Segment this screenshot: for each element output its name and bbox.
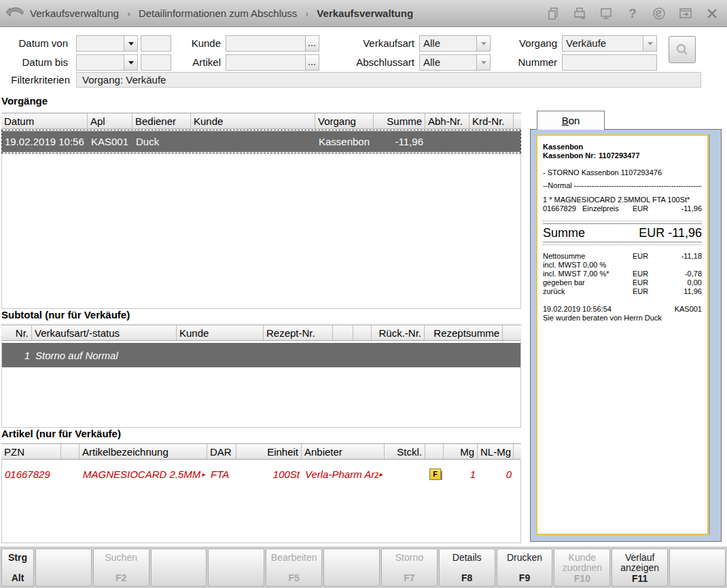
fkey-empty [323, 549, 380, 587]
column-header-empty[interactable] [333, 325, 353, 340]
column-header-nl-mg[interactable]: NL-Mg [478, 444, 514, 459]
drucken-button[interactable]: DruckenF9 [497, 549, 553, 587]
column-header-krd-nr[interactable]: Krd-Nr. [469, 113, 514, 128]
breadcrumb-separator: › [127, 7, 130, 19]
vorgang-select[interactable]: Verkäufe [562, 35, 657, 52]
datum-von-dropdown-button[interactable] [124, 36, 137, 51]
column-header-rezept-nr[interactable]: Rezept-Nr. [264, 325, 333, 340]
details-button[interactable]: DetailsF8 [439, 549, 495, 587]
copy-icon[interactable] [545, 5, 561, 22]
column-header-empty[interactable] [425, 444, 444, 459]
breadcrumb-item[interactable]: Verkaufsverwaltung [30, 7, 119, 19]
table-row-subtotal-selected[interactable]: 1 Storno auf Normal [2, 343, 520, 367]
vorgaenge-list[interactable] [1, 130, 521, 309]
receipt-item-price-line: 01667829 Einzelpreis EUR -11,96 [543, 204, 702, 213]
cell-nr: 1 [2, 350, 33, 361]
column-header-apl[interactable]: Apl [88, 113, 132, 128]
column-header-kunde[interactable]: Kunde [177, 325, 264, 340]
tab-bon[interactable]: Bon [537, 111, 605, 130]
window-switch-icon[interactable] [677, 5, 694, 22]
column-header-pzn[interactable]: PZN [1, 444, 61, 459]
column-header-dar[interactable]: DAR [207, 444, 236, 459]
close-icon[interactable] [704, 5, 720, 22]
column-header-verkaufsart-status[interactable]: Verkaufsart/-status [32, 325, 177, 340]
cell-einheit: 100St [237, 468, 302, 480]
subtotal-header: Nr. Verkaufsart/-status Kunde Rezept-Nr.… [1, 325, 521, 341]
column-header-anbieter[interactable]: Anbieter [302, 444, 385, 459]
kunde-browse-button[interactable]: ... [305, 36, 319, 51]
column-header-mg[interactable]: Mg [444, 444, 478, 459]
search-button[interactable] [669, 36, 696, 63]
column-header-summe[interactable]: Summe [374, 113, 425, 128]
receipt-netto-line: Nettosumme EUR -11,18 [543, 252, 702, 261]
fkey-empty [669, 549, 726, 587]
receipt-zurueck-line: zurück EUR 11,96 [543, 287, 702, 296]
storno-button: StornoF7 [381, 549, 438, 587]
column-header-spacer [514, 113, 521, 128]
column-header-rueck-nr[interactable]: Rück.-Nr. [372, 325, 425, 340]
abschlussart-select[interactable]: Alle [419, 54, 491, 71]
back-arrow-icon [5, 5, 25, 22]
table-row-vorgang-selected[interactable]: 19.02.2019 10:56 KAS001 Duck Kassenbon -… [2, 130, 520, 153]
datum-bis-select[interactable] [76, 54, 138, 71]
vorgaenge-header: Datum Apl Bediener Kunde Vorgang Summe A… [1, 113, 521, 129]
receipt-storno-line: - STORNO Kassenbon 1107293476 [543, 168, 702, 177]
cell-artikelbezeichnung: MAGNESIOCARD 2.5MMOL ▸ [80, 468, 208, 480]
back-button[interactable] [0, 0, 30, 27]
verkaufsart-dropdown-button[interactable] [476, 36, 490, 51]
column-header-stckl[interactable]: Stckl. [385, 444, 425, 459]
monitor-icon[interactable] [598, 5, 614, 22]
breadcrumb-item[interactable]: Detailinformationen zum Abschluss [139, 7, 297, 19]
strg-alt-button[interactable]: Strg Alt [1, 549, 34, 587]
column-header-datum[interactable]: Datum [1, 113, 88, 128]
column-header-kunde[interactable]: Kunde [191, 113, 315, 128]
vorgang-dropdown-button[interactable] [643, 36, 656, 51]
suchen-button: SuchenF2 [93, 549, 149, 587]
subtotal-section-title: Subtotal (nur für Verkäufe) [1, 309, 130, 320]
column-header-rezeptsumme[interactable]: Rezeptsumme [425, 325, 503, 340]
fkey-empty [208, 549, 264, 587]
datum-von-select[interactable] [76, 35, 138, 52]
table-row-artikel[interactable]: 01667829 MAGNESIOCARD 2.5MMOL ▸ FTA 100S… [2, 464, 520, 484]
column-header-bediener[interactable]: Bediener [132, 113, 191, 128]
verkaufsart-select[interactable]: Alle [419, 35, 491, 52]
column-header-artikelbezeichnung[interactable]: Artikelbezeichnung [79, 444, 207, 459]
verkaufsverwaltung-window: Verkaufsverwaltung › Detailinformationen… [0, 0, 727, 588]
column-header-empty[interactable] [61, 444, 79, 459]
column-header-vorgang[interactable]: Vorgang [315, 113, 374, 128]
cell-verkaufsart-status: Storno auf Normal [33, 350, 177, 361]
cell-flag: F [426, 468, 444, 480]
receipt-divider [543, 221, 702, 224]
column-header-abh-nr[interactable]: Abh-Nr. [425, 113, 469, 128]
verkaufsart-label: Verkaufsart [343, 35, 414, 52]
artikel-header: PZN Artikelbezeichnung DAR Einheit Anbie… [1, 443, 521, 460]
cell-anbieter: Verla-Pharm Arzn ▸ [302, 468, 385, 480]
abschlussart-dropdown-button[interactable] [476, 55, 490, 70]
bearbeiten-button: BearbeitenF5 [266, 549, 322, 587]
receipt-summe-line: Summe EUR -11,96 [543, 226, 702, 240]
e-circle-icon[interactable] [651, 5, 667, 22]
receipt-item-line: 1 * MAGNESIOCARD 2.5MMOL FTA 100St* [543, 196, 702, 204]
artikel-field[interactable]: ... [226, 54, 319, 71]
datum-von-label: Datum von [5, 35, 68, 52]
verlauf-anzeigen-button[interactable]: Verlauf anzeigenF11 [611, 549, 668, 587]
search-icon [675, 42, 690, 57]
cell-detail-indicator [514, 136, 520, 147]
column-header-spacer [514, 444, 521, 459]
kunde-label: Kunde [166, 35, 221, 52]
column-header-empty[interactable] [353, 325, 372, 340]
column-header-einheit[interactable]: Einheit [236, 444, 302, 459]
kunde-field[interactable]: ... [226, 35, 319, 52]
help-icon[interactable]: ? [624, 5, 641, 22]
artikel-browse-button[interactable]: ... [305, 55, 319, 70]
nummer-field[interactable] [562, 54, 657, 71]
datum-bis-dropdown-button[interactable] [124, 55, 137, 70]
print-icon[interactable] [571, 5, 588, 22]
truncation-arrow-icon: ▸ [379, 471, 383, 478]
column-header-nr[interactable]: Nr. [1, 325, 32, 340]
column-header-spacer [503, 325, 521, 340]
receipt-divider [543, 242, 702, 245]
cell-pzn: 01667829 [2, 468, 62, 480]
chevron-down-icon [128, 61, 134, 65]
chevron-down-icon [648, 42, 653, 45]
